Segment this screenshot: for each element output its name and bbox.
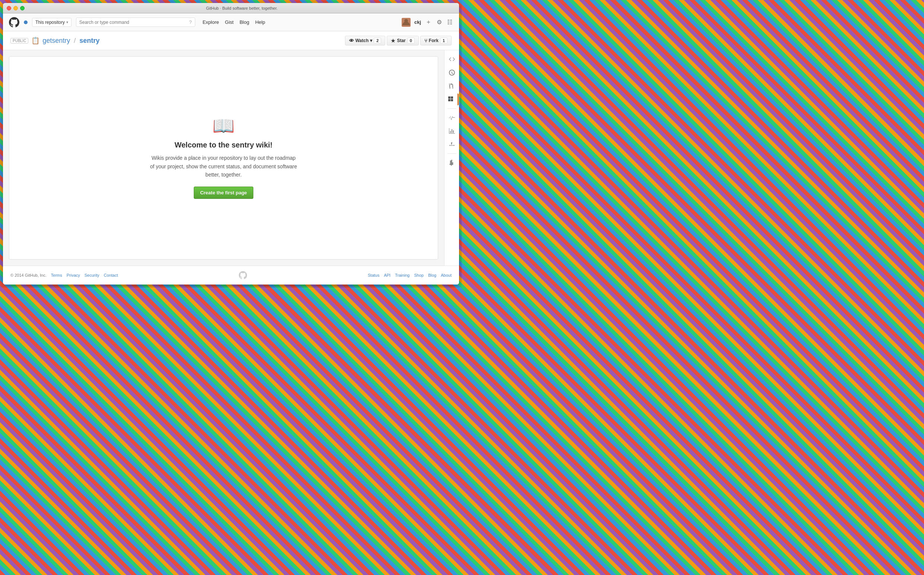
watch-chevron-icon: ▾	[370, 38, 372, 43]
wiki-description: Wikis provide a place in your repository…	[149, 154, 298, 179]
nav-explore-link[interactable]: Explore	[203, 19, 219, 25]
star-icon: ★	[391, 38, 395, 44]
settings-icon[interactable]: ⚙	[436, 18, 443, 27]
fork-button[interactable]: ⑂ Fork 1	[420, 36, 452, 45]
nav-help-link[interactable]: Help	[255, 19, 265, 25]
sidebar-pulls-icon[interactable]	[445, 80, 459, 92]
footer-about-link[interactable]: About	[441, 273, 452, 278]
search-help-icon: ?	[189, 19, 191, 25]
footer-contact-link[interactable]: Contact	[104, 273, 118, 278]
footer-copyright: © 2014 GitHub, Inc.	[10, 273, 46, 278]
fork-icon: ⑂	[425, 38, 427, 44]
sidebar-divider-1	[447, 108, 456, 109]
search-box[interactable]: ?	[76, 17, 195, 27]
repo-title: PUBLIC 📋 getsentry / sentry	[10, 37, 100, 45]
footer-api-link[interactable]: API	[384, 273, 390, 278]
footer-github-logo-icon	[239, 271, 247, 279]
titlebar: GitHub · Build software better, together…	[3, 3, 459, 13]
repo-icon: 📋	[31, 37, 40, 45]
search-input[interactable]	[80, 20, 187, 25]
nav-blog-link[interactable]: Blog	[240, 19, 249, 25]
footer-blog-link[interactable]: Blog	[428, 273, 436, 278]
repo-selector[interactable]: This repository ▾	[32, 18, 72, 27]
repo-actions: 👁 Watch ▾ 2 ★ Star 0 ⑂ Fork 1	[345, 36, 452, 45]
inbox-icon[interactable]: ☷	[446, 18, 453, 27]
minimize-button[interactable]	[13, 6, 18, 10]
window-title: GitHub · Build software better, together…	[28, 6, 455, 10]
nav-gist-link[interactable]: Gist	[225, 19, 234, 25]
repo-owner-link[interactable]: getsentry	[43, 37, 70, 45]
main-area: 📖 Welcome to the sentry wiki! Wikis prov…	[3, 50, 459, 265]
navbar: This repository ▾ ? Explore Gist Blog He…	[3, 13, 459, 31]
fork-label: Fork	[429, 38, 439, 43]
avatar[interactable]	[402, 18, 410, 27]
eye-icon: 👁	[349, 38, 354, 44]
repo-header: PUBLIC 📋 getsentry / sentry 👁 Watch ▾ 2 …	[3, 31, 459, 50]
nav-links: Explore Gist Blog Help	[203, 19, 265, 25]
footer-shop-link[interactable]: Shop	[414, 273, 424, 278]
sidebar-pulse-icon[interactable]	[445, 112, 459, 124]
footer-training-link[interactable]: Training	[395, 273, 409, 278]
wiki-book-icon: 📖	[149, 117, 298, 135]
footer-right: Status API Training Shop Blog About	[368, 273, 452, 278]
notification-dot	[24, 21, 27, 24]
footer-left-links: Terms Privacy Security Contact	[51, 273, 118, 278]
wiki-empty-state: 📖 Welcome to the sentry wiki! Wikis prov…	[142, 102, 305, 213]
repo-separator: /	[74, 37, 76, 45]
repo-name-link[interactable]: sentry	[80, 37, 100, 45]
window-controls	[7, 6, 25, 10]
footer-privacy-link[interactable]: Privacy	[67, 273, 80, 278]
watch-count: 2	[374, 38, 381, 44]
footer-security-link[interactable]: Security	[84, 273, 100, 278]
plus-icon[interactable]: ＋	[425, 17, 432, 27]
fork-count: 1	[440, 38, 447, 44]
sidebar-settings-icon[interactable]	[445, 157, 459, 169]
public-badge: PUBLIC	[10, 38, 28, 44]
star-label: Star	[397, 38, 406, 43]
sidebar-code-icon[interactable]	[445, 53, 459, 65]
wiki-title: Welcome to the sentry wiki!	[149, 141, 298, 149]
star-count: 0	[407, 38, 415, 44]
star-button[interactable]: ★ Star 0	[387, 36, 418, 45]
footer-terms-link[interactable]: Terms	[51, 273, 62, 278]
watch-label: Watch	[355, 38, 369, 43]
footer-center	[239, 271, 247, 279]
sidebar-divider-2	[447, 153, 456, 154]
close-button[interactable]	[7, 6, 11, 10]
watch-button[interactable]: 👁 Watch ▾ 2	[345, 36, 386, 45]
footer-status-link[interactable]: Status	[368, 273, 379, 278]
footer: © 2014 GitHub, Inc. Terms Privacy Securi…	[3, 265, 459, 284]
repo-selector-label: This repository	[35, 20, 65, 25]
sidebar-wiki-icon[interactable]	[445, 94, 459, 105]
create-first-page-button[interactable]: Create the first page	[194, 187, 253, 199]
sidebar-network-icon[interactable]	[445, 138, 459, 151]
right-sidebar	[444, 50, 459, 265]
content-panel: 📖 Welcome to the sentry wiki! Wikis prov…	[3, 50, 444, 265]
wiki-container: 📖 Welcome to the sentry wiki! Wikis prov…	[9, 56, 438, 260]
maximize-button[interactable]	[20, 6, 25, 10]
footer-left: © 2014 GitHub, Inc. Terms Privacy Securi…	[10, 273, 118, 278]
username-label: ckj	[414, 19, 421, 25]
github-logo-icon	[9, 17, 19, 27]
sidebar-graphs-icon[interactable]	[445, 125, 459, 137]
nav-right: ckj ＋ ⚙ ☷	[402, 17, 453, 27]
app-window: GitHub · Build software better, together…	[3, 3, 459, 284]
sidebar-clock-icon[interactable]	[445, 67, 459, 79]
chevron-down-icon: ▾	[66, 20, 68, 24]
